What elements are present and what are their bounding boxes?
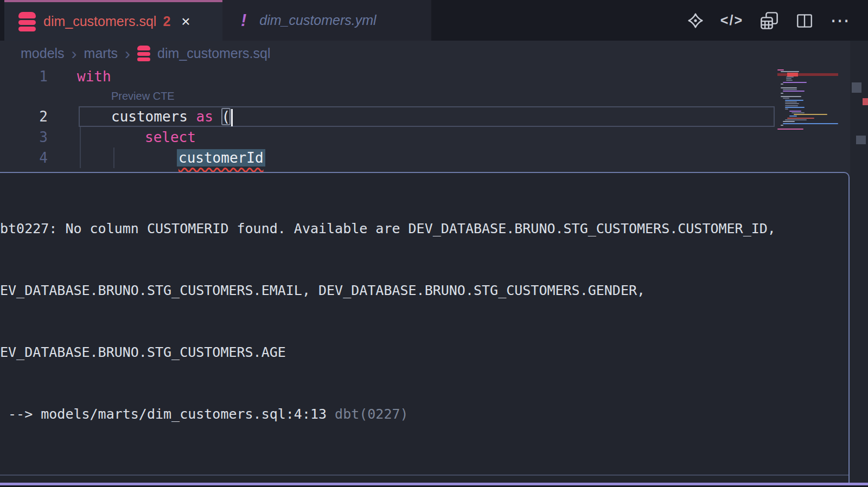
- code-line-2[interactable]: 2 customers as (: [0, 106, 850, 127]
- line-number[interactable]: 3: [0, 127, 48, 148]
- code-token: customers as (: [111, 106, 233, 127]
- keyword-as: as: [196, 108, 222, 125]
- editor-actions-toolbar: </> ⋯: [687, 0, 850, 41]
- vscode-window: dim_customers.sql 2 × ! dim_customers.ym…: [0, 0, 868, 487]
- error-location-path: --> models/marts/dim_customers.sql:4:13: [0, 406, 335, 422]
- problems-count-badge: 2: [163, 14, 170, 29]
- code-line-4[interactable]: 4 customerId: [0, 148, 850, 168]
- editor-tab-bar: dim_customers.sql 2 × ! dim_customers.ym…: [0, 0, 868, 41]
- database-icon: [18, 12, 36, 31]
- breadcrumb-item-file[interactable]: dim_customers.sql: [157, 46, 270, 61]
- error-location: --> models/marts/dim_customers.sql:4:13 …: [0, 404, 840, 425]
- code-line-1[interactable]: 1 with: [0, 66, 850, 87]
- code-preview-icon[interactable]: </>: [720, 12, 743, 28]
- line-number[interactable]: 2: [0, 106, 48, 127]
- tab-dim-customers-yml[interactable]: ! dim_customers.yml: [222, 0, 431, 41]
- code-editor[interactable]: 1 with Preview CTE 2 customers as ( 3 se…: [0, 66, 868, 487]
- chevron-right-icon: ›: [125, 47, 130, 60]
- query-results-icon[interactable]: [760, 11, 779, 30]
- exclamation-icon: !: [241, 11, 246, 30]
- breadcrumb: models › marts › dim_customers.sql: [0, 41, 868, 66]
- error-text: EV_DATABASE.BRUNO.STG_CUSTOMERS.AGE: [0, 342, 840, 363]
- codelens-preview-cte[interactable]: Preview CTE: [111, 88, 175, 104]
- cte-name: customers: [111, 108, 196, 125]
- tab-label: dim_customers.yml: [259, 12, 376, 28]
- minimap[interactable]: [777, 69, 838, 130]
- bracket-match: (: [222, 108, 231, 125]
- error-text: EV_DATABASE.BRUNO.STG_CUSTOMERS.EMAIL, D…: [0, 280, 840, 301]
- minimap-content: [777, 69, 838, 130]
- code-token: with: [77, 66, 111, 87]
- close-icon[interactable]: ×: [181, 13, 190, 30]
- code-line-3[interactable]: 3 select: [0, 127, 850, 148]
- error-message-1: bt0227: No column CUSTOMERID found. Avai…: [0, 173, 848, 469]
- line-number[interactable]: 1: [0, 66, 48, 87]
- error-identifier: customerId: [177, 149, 265, 166]
- breadcrumb-item-models[interactable]: models: [21, 46, 65, 61]
- split-editor-icon[interactable]: [795, 11, 814, 30]
- overview-ruler[interactable]: [850, 41, 868, 487]
- error-hover-tooltip: bt0227: No column CUSTOMERID found. Avai…: [0, 172, 850, 487]
- dbt-icon[interactable]: [687, 12, 704, 29]
- tab-dim-customers-sql[interactable]: dim_customers.sql 2 ×: [4, 0, 222, 41]
- database-icon: [137, 46, 150, 61]
- code-token: customerId: [177, 148, 265, 168]
- line-number[interactable]: 4: [0, 148, 48, 168]
- error-text: bt0227: No column CUSTOMERID found. Avai…: [0, 219, 840, 239]
- tab-label: dim_customers.sql: [43, 14, 156, 29]
- code-token: select: [145, 127, 196, 148]
- chevron-right-icon: ›: [72, 47, 77, 60]
- breadcrumb-item-marts[interactable]: marts: [84, 46, 118, 61]
- text-cursor: [231, 109, 233, 126]
- error-code: dbt(0227): [335, 406, 408, 422]
- more-actions-icon[interactable]: ⋯: [830, 15, 850, 26]
